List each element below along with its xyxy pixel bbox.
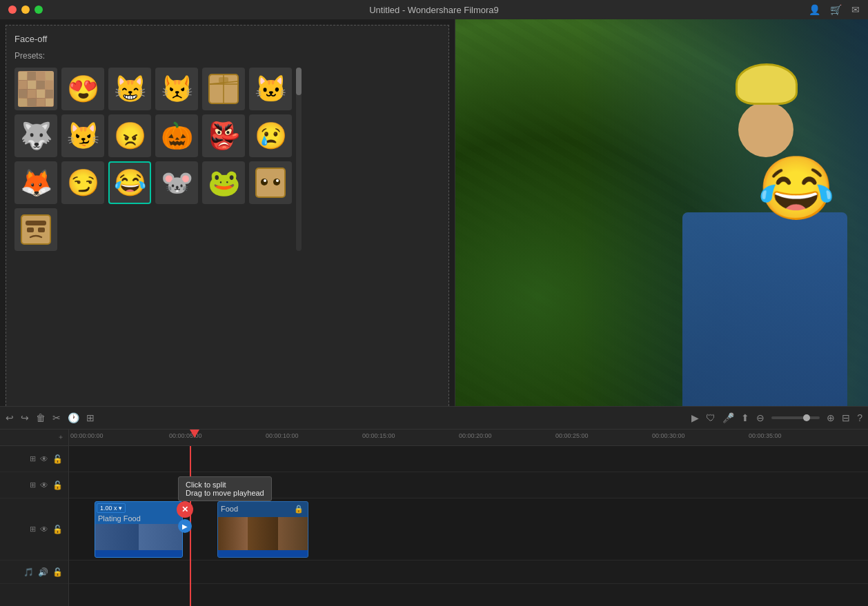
preset-cat2[interactable]: 🐱 [249, 68, 292, 110]
timeline-toolbar: ↩ ↪ 🗑 ✂ 🕐 ⊞ ▶ 🛡 🎤 ⬆ ⊖ ⊕ ⊟ ? [0, 406, 868, 430]
preset-wink[interactable]: 😏 [61, 161, 104, 204]
track2-eye-icon[interactable]: 👁 [40, 481, 48, 490]
track2-add-icon[interactable]: ⊞ [30, 481, 36, 489]
preset-heart-eyes[interactable]: 😍 [61, 68, 104, 110]
preset-laughing[interactable]: 😂 [108, 161, 151, 204]
plus-icon[interactable]: ⊕ [827, 412, 835, 423]
minus-icon[interactable]: ⊖ [756, 412, 765, 423]
ts-35: 00:00:35:00 [749, 432, 782, 439]
preset-mouse[interactable]: 🐭 [155, 161, 198, 204]
preset-cat[interactable]: 😸 [108, 68, 151, 110]
video-track-row: 1.00 x ▾ Plating Food [69, 498, 868, 560]
audio-volume-icon[interactable]: 🔊 [38, 567, 48, 577]
split-x-button[interactable]: ✕ [177, 501, 193, 518]
track1-eye-icon[interactable]: 👁 [40, 454, 48, 464]
grid-icon[interactable]: ⊟ [842, 412, 850, 423]
account-icon[interactable]: 👤 [809, 4, 820, 15]
video-track-add-icon[interactable]: ⊞ [30, 525, 36, 534]
clock-icon[interactable]: 🕐 [68, 412, 79, 423]
svg-rect-4 [19, 81, 27, 89]
toolbar-right: ▶ 🛡 🎤 ⬆ ⊖ ⊕ ⊟ ? [691, 412, 862, 423]
svg-rect-3 [46, 72, 53, 80]
clip-food-thumbs [218, 517, 308, 550]
close-button[interactable] [8, 6, 17, 14]
preset-angry-cat[interactable]: 😾 [155, 68, 198, 110]
svg-point-24 [264, 179, 266, 182]
track2-row: Click to split Drag to move playhead [69, 472, 868, 498]
titlebar-actions: 👤 🛒 ✉ [809, 4, 860, 15]
emoji-overlay: 😂 [758, 157, 835, 219]
clip-food[interactable]: 🔒 Food [217, 501, 308, 558]
redo-icon[interactable]: ↪ [21, 412, 29, 423]
presets-grid: 😍 😸 😾 🐱 🐺 😼 😠 🎃 👺 😢 🦊 😏 [14, 68, 292, 251]
svg-rect-20 [219, 77, 228, 83]
ts-20: 00:00:20:00 [459, 432, 492, 439]
svg-rect-14 [37, 99, 45, 106]
svg-rect-8 [19, 90, 27, 98]
mail-icon[interactable]: ✉ [851, 4, 860, 15]
preset-box1[interactable] [202, 68, 245, 110]
preset-crying[interactable]: 😢 [249, 114, 292, 157]
speed-chevron-icon: ▾ [119, 505, 122, 512]
cut-icon[interactable]: ✂ [52, 412, 61, 423]
maximize-button[interactable] [34, 6, 43, 14]
track2-lock-icon[interactable]: 🔓 [52, 481, 63, 490]
traffic-lights [8, 6, 43, 14]
preset-fox[interactable]: 🦊 [14, 161, 57, 204]
preset-cat3[interactable]: 😼 [61, 114, 104, 157]
svg-rect-5 [28, 81, 36, 89]
clip-plating-food[interactable]: 1.00 x ▾ Plating Food [95, 501, 183, 558]
audio-lock-icon[interactable]: 🔓 [52, 567, 63, 577]
tooltip-line2: Drag to move playhead [186, 489, 264, 497]
svg-rect-0 [19, 72, 27, 80]
preset-pumpkin[interactable]: 🎃 [155, 114, 198, 157]
timeline-body: ＋ ⊞ 👁 🔓 ⊞ 👁 🔓 ⊞ 👁 🔓 🎵 [0, 430, 868, 606]
toolbar-left: ↩ ↪ 🗑 ✂ 🕐 ⊞ [6, 412, 95, 423]
clip-plating-label: Plating Food [98, 514, 141, 523]
cart-icon[interactable]: 🛒 [830, 4, 842, 15]
help-icon[interactable]: ? [857, 412, 862, 423]
svg-rect-12 [19, 99, 27, 106]
svg-point-25 [276, 179, 279, 182]
titlebar: Untitled - Wondershare Filmora9 👤 🛒 ✉ [0, 0, 868, 19]
delete-icon[interactable]: 🗑 [36, 412, 46, 423]
preset-wolf[interactable]: 🐺 [14, 114, 57, 157]
presets-grid-container: 😍 😸 😾 🐱 🐺 😼 😠 🎃 👺 😢 🦊 😏 [14, 68, 440, 251]
add-track-icon[interactable]: ＋ [0, 430, 68, 445]
svg-rect-7 [46, 81, 53, 89]
preset-eyes-box[interactable] [249, 161, 292, 204]
track-controls: ＋ ⊞ 👁 🔓 ⊞ 👁 🔓 ⊞ 👁 🔓 🎵 [0, 430, 69, 606]
timeline-section: ↩ ↪ 🗑 ✂ 🕐 ⊞ ▶ 🛡 🎤 ⬆ ⊖ ⊕ ⊟ ? [0, 406, 868, 606]
export-icon[interactable]: ⬆ [741, 412, 749, 423]
preset-angry-cat2[interactable]: 😠 [108, 114, 151, 157]
video-track-lock-icon[interactable]: 🔓 [52, 525, 63, 534]
mic-icon[interactable]: 🎤 [722, 412, 734, 423]
undo-icon[interactable]: ↩ [6, 412, 14, 423]
preset-eyebrow-box[interactable] [14, 208, 57, 251]
preset-mosaic[interactable] [14, 68, 57, 110]
svg-rect-15 [46, 99, 53, 106]
play-icon[interactable]: ▶ [691, 412, 699, 423]
clip-food-label: Food [221, 505, 238, 513]
window-title: Untitled - Wondershare Filmora9 [369, 5, 499, 15]
preset-demon[interactable]: 👺 [202, 114, 245, 157]
preset-frog[interactable]: 🐸 [202, 161, 245, 204]
audio-icon[interactable]: 🎵 [23, 567, 34, 577]
tracks-area: Click to split Drag to move playhead 1.0… [69, 446, 868, 606]
svg-rect-28 [27, 228, 34, 232]
minimize-button[interactable] [21, 6, 30, 14]
svg-rect-11 [46, 90, 53, 98]
faceoff-title: Face-off [14, 34, 440, 44]
track1-lock-icon[interactable]: 🔓 [52, 454, 63, 464]
svg-rect-29 [38, 228, 45, 232]
clip-thumbs [95, 524, 182, 550]
timeline-ruler[interactable]: 00:00:00:00 00:00:05:00 00:00:10:00 00:0… [69, 430, 868, 446]
clip-speed-badge: 1.00 x ▾ [97, 503, 126, 513]
adjust-icon[interactable]: ⊞ [86, 412, 95, 423]
shield-icon[interactable]: 🛡 [706, 412, 716, 423]
video-track-controls: ⊞ 👁 🔓 [0, 498, 68, 560]
track1-add-icon[interactable]: ⊞ [30, 454, 36, 463]
zoom-slider[interactable] [771, 416, 820, 419]
video-track-eye-icon[interactable]: 👁 [40, 525, 48, 534]
presets-scrollbar[interactable] [296, 68, 302, 251]
